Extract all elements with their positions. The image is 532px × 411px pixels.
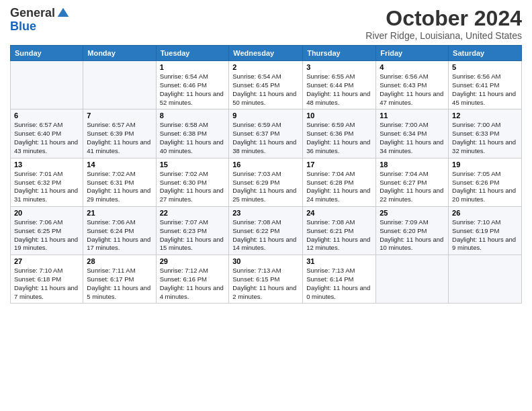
day-number: 9 [232, 111, 299, 120]
day-info: Sunrise: 7:06 AM Sunset: 6:24 PM Dayligh… [87, 218, 152, 253]
day-number: 2 [232, 63, 299, 71]
calendar-cell: 25Sunrise: 7:09 AM Sunset: 6:20 PM Dayli… [376, 206, 449, 255]
calendar-cell [11, 61, 83, 109]
day-info: Sunrise: 6:57 AM Sunset: 6:40 PM Dayligh… [14, 121, 79, 155]
day-info: Sunrise: 6:58 AM Sunset: 6:38 PM Dayligh… [160, 121, 226, 155]
day-number: 22 [160, 209, 226, 217]
day-info: Sunrise: 7:10 AM Sunset: 6:19 PM Dayligh… [452, 218, 518, 253]
calendar-day-header: Saturday [449, 46, 522, 61]
calendar-week-row: 20Sunrise: 7:06 AM Sunset: 6:25 PM Dayli… [11, 206, 522, 255]
day-number: 18 [380, 161, 445, 169]
calendar-cell: 10Sunrise: 6:59 AM Sunset: 6:36 PM Dayli… [303, 109, 376, 158]
day-info: Sunrise: 6:54 AM Sunset: 6:45 PM Dayligh… [232, 73, 299, 107]
calendar-cell: 15Sunrise: 7:02 AM Sunset: 6:30 PM Dayli… [156, 158, 229, 206]
calendar-header-row: SundayMondayTuesdayWednesdayThursdayFrid… [11, 46, 522, 61]
day-info: Sunrise: 7:12 AM Sunset: 6:16 PM Dayligh… [160, 267, 226, 301]
day-number: 29 [160, 257, 226, 265]
calendar-cell: 9Sunrise: 6:59 AM Sunset: 6:37 PM Daylig… [229, 109, 303, 158]
calendar-week-row: 1Sunrise: 6:54 AM Sunset: 6:46 PM Daylig… [11, 61, 522, 109]
calendar-cell: 23Sunrise: 7:08 AM Sunset: 6:22 PM Dayli… [229, 206, 303, 255]
calendar-cell: 20Sunrise: 7:06 AM Sunset: 6:25 PM Dayli… [11, 206, 83, 255]
day-number: 6 [14, 111, 79, 120]
day-info: Sunrise: 7:09 AM Sunset: 6:20 PM Dayligh… [380, 218, 445, 253]
calendar-cell: 17Sunrise: 7:04 AM Sunset: 6:28 PM Dayli… [303, 158, 376, 206]
day-info: Sunrise: 6:54 AM Sunset: 6:46 PM Dayligh… [160, 73, 226, 107]
calendar-cell [449, 255, 522, 304]
day-info: Sunrise: 7:02 AM Sunset: 6:31 PM Dayligh… [87, 170, 152, 204]
calendar-day-header: Friday [376, 46, 449, 61]
day-info: Sunrise: 7:08 AM Sunset: 6:21 PM Dayligh… [306, 218, 372, 253]
day-info: Sunrise: 7:07 AM Sunset: 6:23 PM Dayligh… [160, 218, 226, 253]
day-info: Sunrise: 6:55 AM Sunset: 6:44 PM Dayligh… [306, 73, 372, 107]
calendar-cell: 30Sunrise: 7:13 AM Sunset: 6:15 PM Dayli… [229, 255, 303, 304]
calendar-cell: 21Sunrise: 7:06 AM Sunset: 6:24 PM Dayli… [83, 206, 156, 255]
logo: General Blue [10, 7, 70, 34]
calendar-week-row: 27Sunrise: 7:10 AM Sunset: 6:18 PM Dayli… [11, 255, 522, 304]
calendar-cell: 19Sunrise: 7:05 AM Sunset: 6:26 PM Dayli… [449, 158, 522, 206]
calendar-week-row: 13Sunrise: 7:01 AM Sunset: 6:32 PM Dayli… [11, 158, 522, 206]
day-number: 1 [160, 63, 226, 71]
day-number: 25 [380, 209, 445, 217]
calendar-cell: 16Sunrise: 7:03 AM Sunset: 6:29 PM Dayli… [229, 158, 303, 206]
day-number: 10 [306, 111, 372, 120]
header: General Blue October 2024 River Ridge, L… [10, 7, 522, 41]
day-number: 5 [452, 63, 518, 71]
calendar-day-header: Sunday [11, 46, 83, 61]
day-number: 13 [14, 161, 79, 169]
calendar-cell: 26Sunrise: 7:10 AM Sunset: 6:19 PM Dayli… [449, 206, 522, 255]
day-number: 31 [306, 257, 372, 265]
calendar-cell: 14Sunrise: 7:02 AM Sunset: 6:31 PM Dayli… [83, 158, 156, 206]
calendar-day-header: Thursday [303, 46, 376, 61]
day-info: Sunrise: 6:57 AM Sunset: 6:39 PM Dayligh… [87, 121, 152, 155]
calendar-cell: 24Sunrise: 7:08 AM Sunset: 6:21 PM Dayli… [303, 206, 376, 255]
location: River Ridge, Louisiana, United States [365, 30, 522, 41]
calendar-cell: 4Sunrise: 6:56 AM Sunset: 6:43 PM Daylig… [376, 61, 449, 109]
day-number: 4 [380, 63, 445, 71]
calendar-cell: 29Sunrise: 7:12 AM Sunset: 6:16 PM Dayli… [156, 255, 229, 304]
day-info: Sunrise: 7:03 AM Sunset: 6:29 PM Dayligh… [232, 170, 299, 204]
calendar-cell: 28Sunrise: 7:11 AM Sunset: 6:17 PM Dayli… [83, 255, 156, 304]
calendar-cell: 18Sunrise: 7:04 AM Sunset: 6:27 PM Dayli… [376, 158, 449, 206]
day-number: 3 [306, 63, 372, 71]
day-info: Sunrise: 7:00 AM Sunset: 6:33 PM Dayligh… [452, 121, 518, 155]
day-info: Sunrise: 7:00 AM Sunset: 6:34 PM Dayligh… [380, 121, 445, 155]
day-info: Sunrise: 7:08 AM Sunset: 6:22 PM Dayligh… [232, 218, 299, 253]
day-number: 20 [14, 209, 79, 217]
calendar-day-header: Tuesday [156, 46, 229, 61]
day-number: 30 [232, 257, 299, 265]
page: General Blue October 2024 River Ridge, L… [0, 0, 532, 411]
day-number: 19 [452, 161, 518, 169]
calendar-day-header: Wednesday [229, 46, 303, 61]
calendar-cell: 1Sunrise: 6:54 AM Sunset: 6:46 PM Daylig… [156, 61, 229, 109]
day-number: 8 [160, 111, 226, 120]
day-number: 12 [452, 111, 518, 120]
calendar-cell: 7Sunrise: 6:57 AM Sunset: 6:39 PM Daylig… [83, 109, 156, 158]
day-number: 28 [87, 257, 152, 265]
day-number: 27 [14, 257, 79, 265]
day-info: Sunrise: 6:59 AM Sunset: 6:37 PM Dayligh… [232, 121, 299, 155]
logo-general-text: General [10, 7, 55, 20]
calendar-cell: 6Sunrise: 6:57 AM Sunset: 6:40 PM Daylig… [11, 109, 83, 158]
calendar-table: SundayMondayTuesdayWednesdayThursdayFrid… [10, 45, 522, 304]
day-number: 23 [232, 209, 299, 217]
day-info: Sunrise: 6:56 AM Sunset: 6:41 PM Dayligh… [452, 73, 518, 107]
calendar-cell: 11Sunrise: 7:00 AM Sunset: 6:34 PM Dayli… [376, 109, 449, 158]
day-info: Sunrise: 7:04 AM Sunset: 6:27 PM Dayligh… [380, 170, 445, 204]
calendar-cell [376, 255, 449, 304]
title-block: October 2024 River Ridge, Louisiana, Uni… [365, 7, 522, 41]
day-number: 15 [160, 161, 226, 169]
day-info: Sunrise: 7:13 AM Sunset: 6:15 PM Dayligh… [232, 267, 299, 301]
day-info: Sunrise: 7:05 AM Sunset: 6:26 PM Dayligh… [452, 170, 518, 204]
day-number: 7 [87, 111, 152, 120]
day-info: Sunrise: 7:11 AM Sunset: 6:17 PM Dayligh… [87, 267, 152, 301]
calendar-cell: 22Sunrise: 7:07 AM Sunset: 6:23 PM Dayli… [156, 206, 229, 255]
logo-icon [56, 7, 70, 20]
calendar-cell: 2Sunrise: 6:54 AM Sunset: 6:45 PM Daylig… [229, 61, 303, 109]
calendar-cell [83, 61, 156, 109]
calendar-cell: 3Sunrise: 6:55 AM Sunset: 6:44 PM Daylig… [303, 61, 376, 109]
day-info: Sunrise: 7:10 AM Sunset: 6:18 PM Dayligh… [14, 267, 79, 301]
day-info: Sunrise: 7:06 AM Sunset: 6:25 PM Dayligh… [14, 218, 79, 253]
month-title: October 2024 [365, 7, 522, 30]
day-number: 21 [87, 209, 152, 217]
calendar-cell: 5Sunrise: 6:56 AM Sunset: 6:41 PM Daylig… [449, 61, 522, 109]
